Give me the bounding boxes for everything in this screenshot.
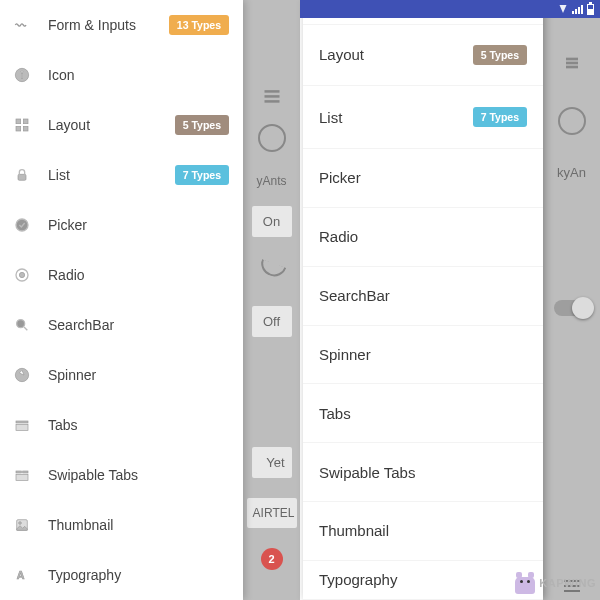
menu-item-searchbar[interactable]: SearchBar (303, 267, 543, 326)
svg-rect-7 (18, 174, 26, 180)
badge-types: 5 Types (473, 45, 527, 65)
menu-item-list[interactable]: List 7 Types (303, 86, 543, 149)
list-icon (262, 86, 282, 106)
nav-icon (14, 367, 30, 383)
off-button[interactable]: Off (252, 306, 292, 337)
svg-text:A: A (17, 569, 25, 581)
svg-rect-23 (264, 100, 279, 103)
svg-rect-26 (566, 66, 578, 69)
badge-types: 7 Types (473, 107, 527, 127)
typo-icon: A (14, 567, 30, 583)
menu-item-typography[interactable]: A Typography (0, 550, 243, 600)
airtel-button[interactable]: AIRTEL (247, 498, 297, 528)
list-icon (564, 55, 580, 71)
thumb-icon (14, 517, 30, 533)
menu-item-spinner[interactable]: Spinner (0, 350, 243, 400)
menu-label: Form & Inputs (48, 17, 169, 33)
menu-label: SearchBar (319, 287, 527, 304)
menu-item-form-inputs[interactable]: Form & Inputs 13 Types (0, 0, 243, 50)
menu-item-tabs[interactable]: Tabs (303, 384, 543, 443)
bgstrip-right: kyAn (543, 0, 600, 600)
menu-label: List (319, 109, 473, 126)
menu-label: Picker (48, 217, 229, 233)
menu-label: List (48, 167, 175, 183)
menu-label: Spinner (48, 367, 229, 383)
badge-types: 13 Types (169, 15, 229, 35)
toggle-switch[interactable] (554, 300, 590, 316)
menu-item-picker[interactable]: Picker (0, 200, 243, 250)
menu-item-picker[interactable]: Picker (303, 149, 543, 208)
menu-item-thumbnail[interactable]: Thumbnail (0, 500, 243, 550)
panel-left: Form & Inputs 13 Types Icon Layout 5 Typ… (0, 0, 300, 600)
menu-label: Tabs (319, 405, 527, 422)
svg-rect-24 (566, 58, 578, 61)
svg-point-19 (19, 522, 22, 525)
svg-rect-17 (16, 474, 28, 480)
svg-point-11 (17, 320, 25, 328)
menu-label: Picker (319, 169, 527, 186)
tabs-icon (14, 417, 30, 433)
svg-rect-1 (21, 74, 22, 79)
svg-rect-5 (16, 126, 21, 131)
menu-item-radio[interactable]: Radio (303, 208, 543, 267)
menu-item-icon[interactable]: Icon (0, 50, 243, 100)
grid-icon (14, 117, 30, 133)
menu-item-swipable-tabs[interactable]: Swipable Tabs (303, 443, 543, 502)
menu-label: Radio (48, 267, 229, 283)
menu-label: Typography (48, 567, 229, 583)
circle-outline-icon (258, 124, 286, 152)
wifi-icon (560, 5, 567, 13)
menu-label: Typography (319, 571, 527, 588)
on-button[interactable]: On (252, 206, 292, 237)
menu-item-searchbar[interactable]: SearchBar (0, 300, 243, 350)
menu-item-thumbnail[interactable]: Thumbnail (303, 502, 543, 561)
menu-label: Layout (48, 117, 175, 133)
svg-rect-22 (264, 95, 279, 98)
menu-label: Radio (319, 228, 527, 245)
yet-button[interactable]: Yet (252, 447, 292, 478)
menu-item-list[interactable]: List 7 Types (0, 150, 243, 200)
svg-rect-14 (16, 424, 28, 430)
svg-rect-16 (23, 471, 28, 473)
info-icon (14, 67, 30, 83)
bgstrip-left: yAnts On Off Yet AIRTEL 2 (243, 0, 300, 600)
menu-item-tabs[interactable]: Tabs (0, 400, 243, 450)
menu-item-layout[interactable]: Layout 5 Types (303, 24, 543, 87)
menu-item-swipable-tabs[interactable]: Swipable Tabs (0, 450, 243, 500)
menu-label: SearchBar (48, 317, 229, 333)
kapwing-text: KAPWING (539, 577, 596, 589)
svg-rect-3 (16, 119, 21, 124)
kapwing-mascot-icon (515, 572, 535, 594)
menu-label: Thumbnail (48, 517, 229, 533)
menu-label: Spinner (319, 346, 527, 363)
drawer-right: Layout 5 Types List 7 Types Picker Radio… (303, 0, 543, 600)
kapwing-watermark: KAPWING (515, 572, 596, 594)
panel-right: Layout 5 Types List 7 Types Picker Radio… (300, 0, 600, 600)
battery-icon (587, 4, 594, 15)
menu-label: Thumbnail (319, 522, 527, 539)
svg-point-10 (19, 272, 24, 277)
check-icon (14, 217, 30, 233)
badge-types: 7 Types (175, 165, 229, 185)
svg-rect-25 (566, 62, 578, 65)
wave-icon (14, 17, 30, 33)
svg-rect-6 (23, 126, 28, 131)
lock-icon (14, 167, 30, 183)
svg-point-2 (21, 71, 23, 73)
arc-icon (257, 259, 286, 280)
svg-rect-15 (16, 471, 21, 473)
menu-item-layout[interactable]: Layout 5 Types (0, 100, 243, 150)
menu-label: Layout (319, 46, 473, 63)
menu-label: Swipable Tabs (319, 464, 527, 481)
menu-item-radio[interactable]: Radio (0, 250, 243, 300)
swipetabs-icon (14, 467, 30, 483)
menu-label: Swipable Tabs (48, 467, 229, 483)
menu-item-typography[interactable]: Typography (303, 561, 543, 600)
menu-item-spinner[interactable]: Spinner (303, 326, 543, 385)
kyan-label: kyAn (557, 165, 586, 180)
svg-rect-4 (23, 119, 28, 124)
status-bar (300, 0, 600, 18)
svg-rect-21 (264, 90, 279, 93)
svg-rect-13 (16, 421, 28, 423)
red-badge: 2 (261, 548, 283, 570)
